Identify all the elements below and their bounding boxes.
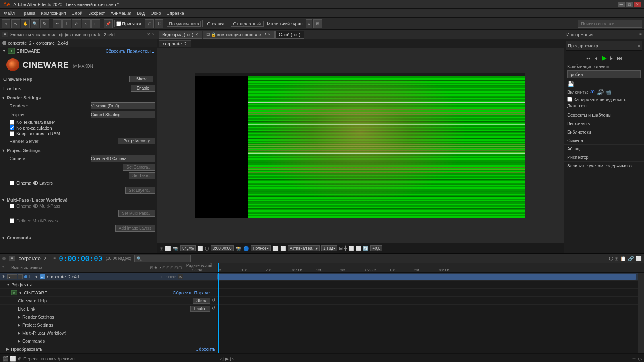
shape-tool[interactable]: ◻	[91, 19, 100, 28]
table-row[interactable]: 👁 ♪ 1 ▼ C4 corporate_2.c4d ⊡⊡⊡⊡⊡ fx	[0, 273, 217, 281]
zoom-tool[interactable]: 🔍	[31, 19, 39, 28]
cache-checkbox[interactable]	[567, 97, 572, 102]
lock-toggle[interactable]	[18, 274, 23, 279]
step-forward-btn[interactable]: ⏵	[609, 55, 615, 61]
layer-switch-8[interactable]: ⊡	[178, 265, 182, 270]
transform-arrow-tl[interactable]: ▶	[6, 347, 9, 351]
menu-effect[interactable]: Эффект	[86, 10, 107, 16]
track-row-1[interactable]	[217, 273, 644, 281]
menu-help[interactable]: Справка	[164, 10, 186, 16]
layer-switch-6[interactable]: ⊡	[170, 265, 173, 270]
timecode-display[interactable]: 0:00:00:00	[211, 245, 233, 251]
snap-checkbox[interactable]	[116, 21, 121, 26]
timeline-tool-1[interactable]: ⬡	[609, 256, 613, 261]
layer-switch-2[interactable]: ★	[154, 265, 157, 270]
play-range-end[interactable]: ▷	[230, 356, 234, 362]
more-options-btn[interactable]: »	[306, 19, 312, 28]
video-icon[interactable]: 📹	[605, 89, 611, 95]
step-back-btn[interactable]: ⏴	[594, 55, 599, 61]
mask-btn[interactable]: ⬡	[145, 19, 154, 28]
safe-areas-btn[interactable]: ⬜	[349, 246, 354, 251]
text-tool[interactable]: T	[62, 19, 71, 28]
reset-link[interactable]: Сбросить	[105, 49, 125, 53]
render-settings-arrow-tl[interactable]: ▶	[18, 315, 21, 319]
help-label[interactable]: Справка	[204, 21, 227, 26]
paragraph-item[interactable]: Абзац	[564, 145, 644, 153]
audio-toggle[interactable]: ♪	[7, 274, 12, 279]
table-row[interactable]: Cineware Help Show ↺	[0, 297, 217, 305]
play-footer-btn[interactable]: ▶	[225, 356, 229, 362]
timeline-search[interactable]	[134, 255, 191, 262]
table-row[interactable]: Live Link Enable ↺	[0, 305, 217, 313]
composition-viewport[interactable]	[157, 48, 564, 243]
info-menu-btn[interactable]: ≡	[639, 32, 642, 37]
params-link[interactable]: Параметры...	[127, 49, 154, 53]
multipass-header[interactable]: ▼ Multi-Pass (Linear Workflow)	[0, 197, 157, 203]
display-select[interactable]: Current Shading Wireframe	[91, 111, 155, 118]
menu-layer[interactable]: Слой	[69, 10, 85, 16]
play-range-start[interactable]: ◁	[220, 356, 223, 362]
menu-window[interactable]: Окно	[148, 10, 163, 16]
new-comp-btn[interactable]: 🎬	[2, 356, 8, 362]
menu-view[interactable]: Вид	[134, 10, 147, 16]
select-tool[interactable]: ↖	[11, 19, 20, 28]
solo-toggle[interactable]	[12, 274, 17, 279]
close-videorig-tab[interactable]: ✕	[195, 33, 198, 37]
project-settings-arrow-tl[interactable]: ▶	[18, 323, 21, 327]
add-image-layers-button[interactable]: Add Image Layers	[115, 225, 155, 232]
tab-layer[interactable]: Слой (нет)	[275, 31, 304, 39]
eye-icon[interactable]: 👁	[590, 89, 595, 95]
content-aware-fill-item[interactable]: Заливка с учетом содержимого	[564, 162, 644, 170]
roi-btn[interactable]: ⬡	[205, 246, 209, 251]
menu-composition[interactable]: Композиция	[39, 10, 68, 16]
purge-memory-button[interactable]: Purge Memory	[118, 138, 155, 144]
align-item[interactable]: Выровнять	[564, 119, 644, 128]
defined-multipasses-checkbox[interactable]	[10, 218, 14, 223]
project-settings-header[interactable]: ▼ Project Settings	[0, 147, 157, 154]
comp-name-tab[interactable]: corporate_2	[159, 40, 191, 47]
tab-composition[interactable]: ⊡ 🔒 композиция corporate_2 ✕	[203, 31, 275, 39]
clone-tool[interactable]: ⎋	[82, 19, 91, 28]
effect-collapse-arrow[interactable]: ▼	[2, 49, 6, 53]
set-multipass-button[interactable]: Set Multi-Pass...	[118, 210, 155, 217]
3d-view-btn[interactable]: ⬜	[356, 246, 361, 251]
home-button[interactable]: ⌂	[2, 19, 10, 28]
layer-expand-arrow[interactable]: ▼	[35, 275, 38, 279]
cinema4d-multipass-checkbox[interactable]	[10, 204, 14, 208]
viewport-btn[interactable]: ⬜	[165, 246, 171, 251]
enable-btn-timeline[interactable]: Enable	[190, 306, 210, 312]
3d-btn[interactable]: 3D	[155, 19, 163, 28]
snap-to-btn[interactable]: ⬜	[197, 246, 203, 251]
preview-menu-btn[interactable]: ≡	[638, 43, 640, 48]
tab-videorig[interactable]: Видеоряд (нет) ✕	[159, 31, 202, 39]
brush-tool[interactable]: 🖌	[72, 19, 81, 28]
menu-file[interactable]: Файл	[2, 10, 17, 16]
set-layers-button[interactable]: Set Layers...	[125, 187, 155, 194]
symbol-item[interactable]: Символ	[564, 136, 644, 145]
render-settings-header[interactable]: ▼ Render Settings	[0, 95, 157, 101]
transform-reset-link[interactable]: Сбросить	[196, 347, 215, 352]
gizmo-btn[interactable]: 🔄	[363, 246, 369, 251]
layer-switch-7[interactable]: ⊡	[174, 265, 178, 270]
quality-select-btn[interactable]: Полное▾	[251, 245, 271, 251]
set-take-button[interactable]: Set Take...	[129, 172, 155, 179]
show-button[interactable]: Show	[129, 76, 153, 82]
hand-tool[interactable]: ✋	[21, 19, 30, 28]
panel-menu-btn[interactable]: ≡	[2, 32, 8, 37]
new-solid-btn[interactable]: ⬜	[10, 356, 16, 362]
shortcut-select[interactable]: Пробел	[567, 70, 641, 78]
cinema4d-layers-checkbox[interactable]	[10, 181, 14, 185]
speaker-icon[interactable]: 🔊	[597, 89, 604, 95]
layer-switch-1[interactable]: ⊡	[150, 265, 153, 270]
grid-toggle-btn[interactable]: ⊞	[339, 246, 343, 251]
effects-arrow[interactable]: ▼	[6, 283, 10, 287]
new-null-btn[interactable]: ⊕	[18, 356, 22, 362]
puppet-tool[interactable]: 📌	[104, 19, 113, 28]
play-button[interactable]: ▶	[602, 54, 607, 62]
libraries-item[interactable]: Библиотеки	[564, 128, 644, 136]
show-btn-timeline[interactable]: Show	[193, 298, 210, 304]
table-row[interactable]: ▶ Commands	[0, 337, 217, 345]
cineware-params-link[interactable]: Парамет...	[194, 290, 215, 295]
panel-expand-btn[interactable]: »	[152, 32, 154, 37]
timeline-tool-5[interactable]: ⬜	[636, 256, 642, 261]
